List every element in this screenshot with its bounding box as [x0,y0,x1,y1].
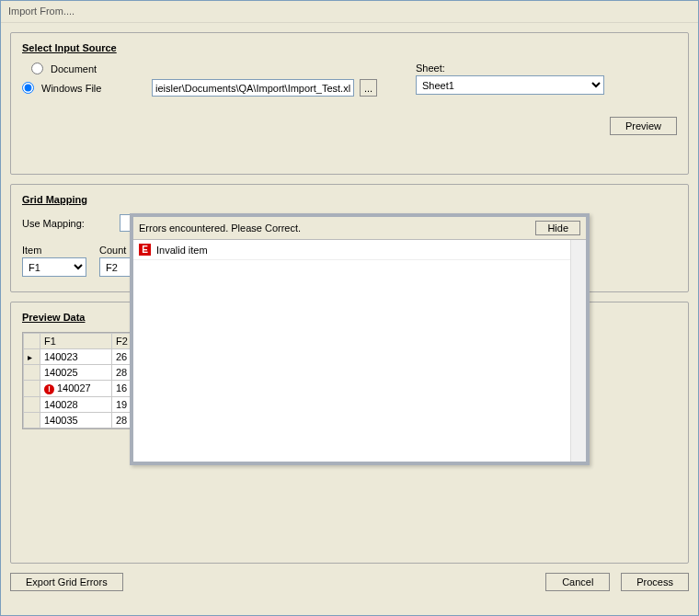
table-row[interactable]: 14003528 [24,412,134,428]
sheet-select[interactable]: Sheet1 [416,75,604,95]
import-window: Import From.... Select Input Source Docu… [0,0,699,616]
radio-windows-file[interactable] [22,82,34,94]
hide-button[interactable]: Hide [535,221,580,235]
error-dialog-body[interactable]: EInvalid item [133,240,586,462]
table-row[interactable]: 14002528 [24,365,134,381]
window-content: Select Input Source Document Windows Fil… [1,23,698,615]
error-dialog-header: Errors encountered. Please Correct. Hide [133,217,586,240]
input-source-heading: Select Input Source [22,42,677,53]
col-header-f1[interactable]: F1 [40,334,112,349]
window-title: Import From.... [1,1,698,23]
row-indicator [24,396,40,412]
item-select[interactable]: F1 [22,257,86,277]
row-indicator [24,365,40,381]
radio-windows-file-row[interactable]: Windows File [22,82,146,94]
use-mapping-label: Use Mapping: [22,218,114,229]
preview-table-wrap: F1 F2 1400232614002528140027161400281914… [22,332,137,429]
error-badge-icon: E [139,244,151,256]
grid-mapping-heading: Grid Mapping [22,194,677,205]
input-source-group: Select Input Source Document Windows Fil… [10,32,689,175]
cell-f1[interactable]: 140023 [40,349,112,365]
browse-button[interactable]: ... [360,79,377,97]
table-row[interactable]: 14002819 [24,396,134,412]
radio-windows-file-label: Windows File [41,83,101,94]
error-dialog-title: Errors encountered. Please Correct. [139,222,301,234]
radio-document-label: Document [51,63,97,74]
cell-f1[interactable]: 140025 [40,365,112,381]
row-indicator [24,381,40,397]
table-row[interactable]: 14002716 [24,381,134,397]
file-path-input[interactable] [152,79,354,97]
cell-f1[interactable]: 140028 [40,396,112,412]
error-icon [44,384,54,394]
row-indicator [24,349,40,365]
error-dialog: Errors encountered. Please Correct. Hide… [130,213,590,465]
radio-document[interactable] [31,63,43,74]
export-grid-errors-button[interactable]: Export Grid Errors [10,573,123,591]
row-header-blank [24,334,40,349]
cell-f1[interactable]: 140035 [40,412,112,428]
error-text: Invalid item [156,245,208,256]
cell-f1[interactable]: 140027 [40,381,112,397]
bottom-button-row: Export Grid Errors Cancel Process [10,573,689,591]
cancel-button[interactable]: Cancel [545,573,610,591]
item-label: Item [22,245,86,256]
sheet-label: Sheet: [416,63,604,74]
table-row[interactable]: 14002326 [24,349,134,365]
preview-button[interactable]: Preview [610,117,677,135]
row-indicator [24,412,40,428]
error-list-item[interactable]: EInvalid item [133,240,586,260]
process-button[interactable]: Process [621,573,689,591]
preview-table: F1 F2 1400232614002528140027161400281914… [23,333,134,428]
